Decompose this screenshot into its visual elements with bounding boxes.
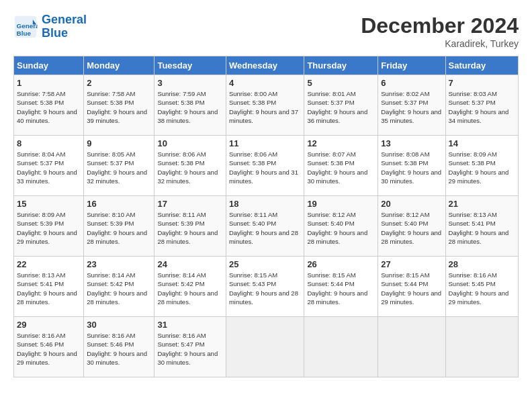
page-header: General Blue GeneralBlue December 2024 K… bbox=[13, 13, 519, 49]
day-number: 20 bbox=[381, 199, 442, 209]
calendar-day-cell: 24Sunrise: 8:14 AMSunset: 5:42 PMDayligh… bbox=[154, 257, 226, 317]
day-number: 8 bbox=[17, 138, 81, 148]
calendar-day-cell: 2Sunrise: 7:58 AMSunset: 5:38 PMDaylight… bbox=[84, 75, 154, 136]
calendar-day-cell: 18Sunrise: 8:11 AMSunset: 5:40 PMDayligh… bbox=[226, 196, 304, 257]
calendar-day-cell: 10Sunrise: 8:06 AMSunset: 5:38 PMDayligh… bbox=[154, 136, 226, 196]
weekday-header-cell: Sunday bbox=[14, 56, 84, 75]
day-number: 9 bbox=[87, 138, 151, 148]
day-info: Sunrise: 8:00 AMSunset: 5:38 PMDaylight:… bbox=[229, 89, 301, 125]
day-number: 4 bbox=[229, 78, 301, 88]
month-title: December 2024 bbox=[361, 13, 519, 38]
day-number: 21 bbox=[449, 199, 515, 209]
calendar-day-cell: 1Sunrise: 7:58 AMSunset: 5:38 PMDaylight… bbox=[14, 75, 84, 136]
day-info: Sunrise: 8:16 AMSunset: 5:47 PMDaylight:… bbox=[157, 331, 223, 367]
day-info: Sunrise: 8:15 AMSunset: 5:44 PMDaylight:… bbox=[381, 271, 442, 306]
weekday-header-cell: Friday bbox=[378, 56, 445, 75]
day-number: 17 bbox=[157, 199, 223, 209]
calendar-day-cell: 5Sunrise: 8:01 AMSunset: 5:37 PMDaylight… bbox=[304, 75, 378, 136]
calendar-day-cell: 22Sunrise: 8:13 AMSunset: 5:41 PMDayligh… bbox=[14, 257, 84, 317]
svg-text:Blue: Blue bbox=[17, 29, 32, 36]
day-number: 28 bbox=[449, 259, 515, 269]
day-info: Sunrise: 8:12 AMSunset: 5:40 PMDaylight:… bbox=[381, 210, 442, 246]
weekday-header-cell: Wednesday bbox=[226, 56, 304, 75]
day-number: 31 bbox=[157, 320, 223, 330]
calendar-week-row: 29Sunrise: 8:16 AMSunset: 5:46 PMDayligh… bbox=[14, 317, 519, 377]
calendar-week-row: 22Sunrise: 8:13 AMSunset: 5:41 PMDayligh… bbox=[14, 257, 519, 317]
calendar-day-cell: 19Sunrise: 8:12 AMSunset: 5:40 PMDayligh… bbox=[304, 196, 378, 257]
day-info: Sunrise: 8:10 AMSunset: 5:39 PMDaylight:… bbox=[87, 210, 151, 246]
day-info: Sunrise: 7:58 AMSunset: 5:38 PMDaylight:… bbox=[17, 89, 81, 125]
day-number: 5 bbox=[307, 78, 375, 88]
weekday-header-cell: Tuesday bbox=[154, 56, 226, 75]
day-number: 11 bbox=[229, 138, 301, 148]
day-info: Sunrise: 8:08 AMSunset: 5:38 PMDaylight:… bbox=[381, 150, 442, 185]
weekday-header-cell: Monday bbox=[84, 56, 154, 75]
day-number: 3 bbox=[157, 78, 223, 88]
day-number: 16 bbox=[87, 199, 151, 209]
calendar-day-cell: 14Sunrise: 8:09 AMSunset: 5:38 PMDayligh… bbox=[445, 136, 518, 196]
location-title: Karadirek, Turkey bbox=[361, 38, 519, 49]
calendar-day-cell: 4Sunrise: 8:00 AMSunset: 5:38 PMDaylight… bbox=[226, 75, 304, 136]
calendar-week-row: 1Sunrise: 7:58 AMSunset: 5:38 PMDaylight… bbox=[14, 75, 519, 136]
day-number: 2 bbox=[87, 78, 151, 88]
calendar-day-cell: 15Sunrise: 8:09 AMSunset: 5:39 PMDayligh… bbox=[14, 196, 84, 257]
day-info: Sunrise: 8:03 AMSunset: 5:37 PMDaylight:… bbox=[449, 89, 515, 125]
day-number: 12 bbox=[307, 138, 375, 148]
day-info: Sunrise: 8:14 AMSunset: 5:42 PMDaylight:… bbox=[157, 271, 223, 306]
day-number: 6 bbox=[381, 78, 442, 88]
calendar-day-cell bbox=[226, 317, 304, 377]
calendar-day-cell: 20Sunrise: 8:12 AMSunset: 5:40 PMDayligh… bbox=[378, 196, 445, 257]
day-info: Sunrise: 8:13 AMSunset: 5:41 PMDaylight:… bbox=[17, 271, 81, 306]
day-number: 10 bbox=[157, 138, 223, 148]
day-number: 18 bbox=[229, 199, 301, 209]
calendar-day-cell: 16Sunrise: 8:10 AMSunset: 5:39 PMDayligh… bbox=[84, 196, 154, 257]
day-info: Sunrise: 8:02 AMSunset: 5:37 PMDaylight:… bbox=[381, 89, 442, 125]
calendar-table: SundayMondayTuesdayWednesdayThursdayFrid… bbox=[13, 56, 519, 377]
calendar-day-cell: 3Sunrise: 7:59 AMSunset: 5:38 PMDaylight… bbox=[154, 75, 226, 136]
day-number: 24 bbox=[157, 259, 223, 269]
day-info: Sunrise: 8:16 AMSunset: 5:45 PMDaylight:… bbox=[449, 271, 515, 306]
day-info: Sunrise: 8:04 AMSunset: 5:37 PMDaylight:… bbox=[17, 150, 81, 185]
calendar-day-cell: 31Sunrise: 8:16 AMSunset: 5:47 PMDayligh… bbox=[154, 317, 226, 377]
day-number: 22 bbox=[17, 259, 81, 269]
calendar-day-cell: 26Sunrise: 8:15 AMSunset: 5:44 PMDayligh… bbox=[304, 257, 378, 317]
calendar-day-cell: 6Sunrise: 8:02 AMSunset: 5:37 PMDaylight… bbox=[378, 75, 445, 136]
calendar-day-cell: 8Sunrise: 8:04 AMSunset: 5:37 PMDaylight… bbox=[14, 136, 84, 196]
day-number: 7 bbox=[449, 78, 515, 88]
day-number: 30 bbox=[87, 320, 151, 330]
day-info: Sunrise: 8:11 AMSunset: 5:39 PMDaylight:… bbox=[157, 210, 223, 246]
logo: General Blue GeneralBlue bbox=[13, 13, 87, 40]
day-number: 1 bbox=[17, 78, 81, 88]
day-info: Sunrise: 8:09 AMSunset: 5:39 PMDaylight:… bbox=[17, 210, 81, 246]
day-number: 15 bbox=[17, 199, 81, 209]
day-info: Sunrise: 8:06 AMSunset: 5:38 PMDaylight:… bbox=[157, 150, 223, 185]
day-info: Sunrise: 8:01 AMSunset: 5:37 PMDaylight:… bbox=[307, 89, 375, 125]
day-number: 14 bbox=[449, 138, 515, 148]
calendar-day-cell: 9Sunrise: 8:05 AMSunset: 5:37 PMDaylight… bbox=[84, 136, 154, 196]
weekday-header-row: SundayMondayTuesdayWednesdayThursdayFrid… bbox=[14, 56, 519, 75]
calendar-day-cell bbox=[378, 317, 445, 377]
day-info: Sunrise: 8:13 AMSunset: 5:41 PMDaylight:… bbox=[449, 210, 515, 246]
title-block: December 2024 Karadirek, Turkey bbox=[361, 13, 519, 49]
day-info: Sunrise: 8:12 AMSunset: 5:40 PMDaylight:… bbox=[307, 210, 375, 246]
calendar-body: 1Sunrise: 7:58 AMSunset: 5:38 PMDaylight… bbox=[14, 75, 519, 377]
day-info: Sunrise: 8:14 AMSunset: 5:42 PMDaylight:… bbox=[87, 271, 151, 306]
calendar-day-cell: 30Sunrise: 8:16 AMSunset: 5:46 PMDayligh… bbox=[84, 317, 154, 377]
calendar-week-row: 8Sunrise: 8:04 AMSunset: 5:37 PMDaylight… bbox=[14, 136, 519, 196]
day-number: 19 bbox=[307, 199, 375, 209]
logo-text: GeneralBlue bbox=[42, 13, 87, 40]
day-info: Sunrise: 8:07 AMSunset: 5:38 PMDaylight:… bbox=[307, 150, 375, 185]
logo-icon: General Blue bbox=[13, 15, 38, 39]
day-number: 27 bbox=[381, 259, 442, 269]
day-info: Sunrise: 8:15 AMSunset: 5:44 PMDaylight:… bbox=[307, 271, 375, 306]
day-info: Sunrise: 7:59 AMSunset: 5:38 PMDaylight:… bbox=[157, 89, 223, 125]
calendar-day-cell bbox=[445, 317, 518, 377]
day-info: Sunrise: 8:15 AMSunset: 5:43 PMDaylight:… bbox=[229, 271, 301, 306]
day-info: Sunrise: 7:58 AMSunset: 5:38 PMDaylight:… bbox=[87, 89, 151, 125]
day-info: Sunrise: 8:06 AMSunset: 5:38 PMDaylight:… bbox=[229, 150, 301, 185]
day-info: Sunrise: 8:16 AMSunset: 5:46 PMDaylight:… bbox=[87, 331, 151, 367]
day-info: Sunrise: 8:09 AMSunset: 5:38 PMDaylight:… bbox=[449, 150, 515, 185]
calendar-week-row: 15Sunrise: 8:09 AMSunset: 5:39 PMDayligh… bbox=[14, 196, 519, 257]
calendar-day-cell: 27Sunrise: 8:15 AMSunset: 5:44 PMDayligh… bbox=[378, 257, 445, 317]
calendar-day-cell: 12Sunrise: 8:07 AMSunset: 5:38 PMDayligh… bbox=[304, 136, 378, 196]
